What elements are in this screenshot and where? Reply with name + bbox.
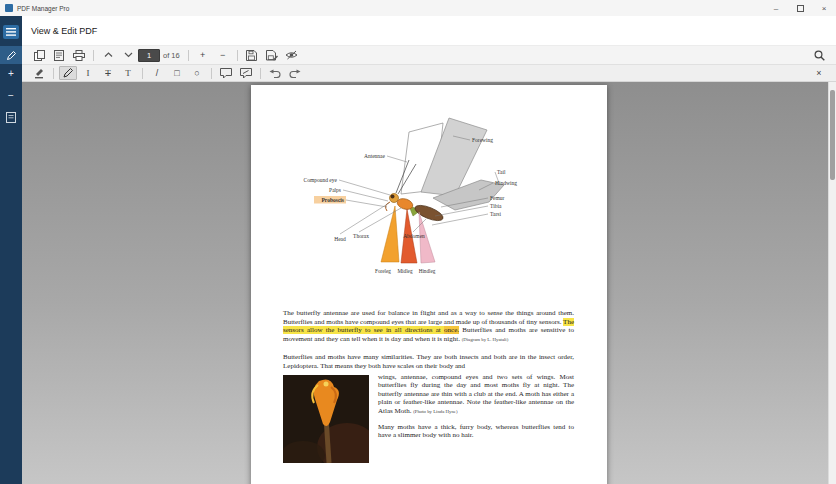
thumbnails-button[interactable]: [30, 48, 48, 62]
diagram-label-tibia: Tibia: [490, 203, 502, 209]
maximize-icon: [797, 5, 804, 12]
text-select-button[interactable]: I: [79, 66, 97, 80]
window-controls: – ×: [764, 0, 836, 16]
moth-photo: [283, 375, 369, 463]
menubar: View & Edit PDF: [22, 16, 836, 46]
main-toolbar: of 16 + −: [22, 46, 836, 65]
app-window: PDF Manager Pro – × +: [0, 0, 836, 484]
rectangle-tool-button[interactable]: □: [168, 66, 186, 80]
hamburger-icon: [6, 28, 16, 36]
highlighted-text-2: once.: [444, 326, 459, 334]
comment-pencil-icon: [240, 68, 252, 79]
comment-icon: [220, 68, 232, 79]
page-count-label: of 16: [163, 51, 180, 60]
main-area: + − View & Edit PDF: [0, 16, 836, 484]
paragraph-1: The butterfly antennae are used for bala…: [283, 309, 574, 344]
reading-view-button[interactable]: [50, 48, 68, 62]
app-icon: [5, 4, 13, 12]
sidebar-item-add[interactable]: +: [0, 64, 22, 82]
previous-page-button[interactable]: [99, 48, 117, 62]
highlighter-icon: [33, 67, 45, 79]
close-button[interactable]: ×: [812, 0, 836, 16]
diagram-label-midleg: Midleg: [398, 268, 413, 274]
printer-icon: [73, 50, 85, 61]
highlighter-button[interactable]: [30, 66, 48, 80]
sidebar-item-edit[interactable]: [0, 46, 22, 64]
save-as-button[interactable]: [263, 48, 281, 62]
redact-button[interactable]: [283, 48, 301, 62]
save-button[interactable]: [243, 48, 261, 62]
sidebar-item-notes[interactable]: [0, 108, 22, 126]
diagram-credit: (Diagram by L. Hyatali): [462, 337, 509, 342]
sidebar-item-remove[interactable]: −: [0, 86, 22, 104]
search-icon: [814, 50, 825, 61]
annotation-toolbar: I T T / □ ○: [22, 65, 836, 82]
pen-icon: [62, 67, 74, 79]
diagram-label-tarsi: Tarsi: [490, 211, 501, 217]
titlebar: PDF Manager Pro – ×: [0, 0, 836, 16]
redo-button[interactable]: [286, 66, 304, 80]
next-page-button[interactable]: [119, 48, 137, 62]
comment-button[interactable]: [217, 66, 235, 80]
diagram-label-forewing: Forewing: [472, 137, 493, 143]
chevron-up-icon: [104, 52, 113, 58]
pages-icon: [34, 50, 45, 61]
butterfly-diagram: Antennae Forewing Compound eye Palps Pro…: [283, 110, 583, 300]
close-toolbar-button[interactable]: ×: [810, 66, 828, 80]
diagram-label-palps: Palps: [329, 187, 341, 193]
pdf-page: Antennae Forewing Compound eye Palps Pro…: [251, 85, 607, 484]
strikethrough-button[interactable]: T: [99, 66, 117, 80]
separator: [53, 68, 54, 79]
add-text-button[interactable]: T: [119, 66, 137, 80]
separator: [260, 68, 261, 79]
document-area: Antennae Forewing Compound eye Palps Pro…: [22, 82, 836, 484]
diagram-label-femur: Femur: [490, 195, 505, 201]
undo-icon: [269, 69, 281, 78]
separator: [188, 50, 189, 61]
diagram-label-abdomen: Abdomen: [403, 233, 425, 239]
undo-button[interactable]: [266, 66, 284, 80]
diagram-label-thorax: Thorax: [353, 233, 369, 239]
diagram-label-hindleg: Hindleg: [419, 268, 436, 274]
photo-text-block: wings, antennae, compound eyes and two s…: [283, 373, 574, 467]
vertical-scrollbar[interactable]: [828, 82, 836, 484]
print-button[interactable]: [70, 48, 88, 62]
paragraph-2: Butterflies and moths have many similari…: [283, 353, 574, 370]
menu-button[interactable]: [3, 25, 19, 39]
moth-photo-image: [283, 375, 369, 463]
separator: [142, 68, 143, 79]
left-sidebar: + −: [0, 16, 22, 484]
tab-view-edit-pdf[interactable]: View & Edit PDF: [31, 26, 97, 36]
chevron-down-icon: [124, 52, 133, 58]
document-icon: [54, 50, 64, 61]
diagram-label-compound-eye: Compound eye: [304, 177, 338, 183]
diagram-label-hindwing: Hindwing: [495, 180, 517, 186]
ellipse-tool-button[interactable]: ○: [188, 66, 206, 80]
floppy-icon: [246, 50, 257, 61]
diagram-label-head: Head: [334, 236, 346, 242]
minimize-button[interactable]: –: [764, 0, 788, 16]
floppy-pencil-icon: [266, 50, 278, 61]
page-number-input[interactable]: [138, 49, 160, 62]
window-title: PDF Manager Pro: [17, 5, 69, 12]
separator: [237, 50, 238, 61]
diagram-label-proboscis: Proboscis: [321, 197, 344, 203]
comment-edit-button[interactable]: [237, 66, 255, 80]
scrollbar-thumb[interactable]: [830, 90, 835, 180]
photo-credit: (Photo by Linda Hyne): [413, 409, 457, 414]
right-column: View & Edit PDF: [22, 16, 836, 484]
separator: [93, 50, 94, 61]
zoom-in-button[interactable]: +: [194, 48, 212, 62]
diagram-label-foreleg: Foreleg: [375, 268, 391, 274]
pen-button[interactable]: [59, 66, 77, 80]
zoom-out-button[interactable]: −: [214, 48, 232, 62]
diagram-label-tail: Tail: [497, 169, 506, 175]
line-tool-button[interactable]: /: [148, 66, 166, 80]
separator: [211, 68, 212, 79]
paragraph-1-text: The butterfly antennae are used for bala…: [283, 309, 574, 326]
paragraph-2-wrapped-text: wings, antennae, compound eyes and two s…: [378, 373, 574, 415]
maximize-button[interactable]: [788, 0, 812, 16]
note-icon: [6, 112, 16, 123]
search-button[interactable]: [810, 48, 828, 62]
eye-off-icon: [285, 50, 298, 60]
